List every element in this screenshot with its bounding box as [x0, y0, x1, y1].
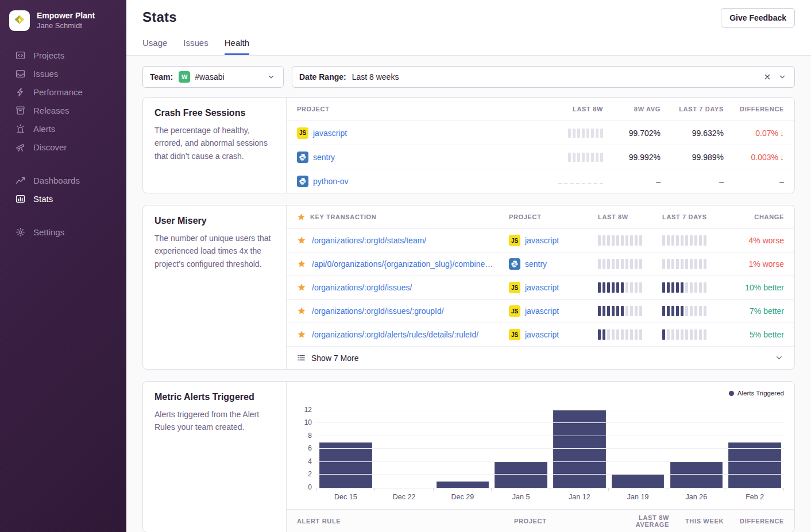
projects-icon: [15, 50, 25, 60]
panel-subtitle: The percentage of healthy, errored, and …: [155, 124, 275, 162]
avg-value: 99.992%: [603, 153, 661, 162]
x-axis-tick-label: Jan 26: [667, 493, 726, 501]
sidebar-item-stats[interactable]: Stats: [0, 189, 126, 208]
sidebar-item-releases[interactable]: Releases: [0, 101, 126, 119]
chevron-down-icon[interactable]: [266, 72, 276, 82]
sparkline: [662, 235, 706, 246]
y-axis-tick-label: 6: [297, 444, 312, 452]
column-difference: Difference: [724, 106, 784, 112]
star-icon: [297, 213, 306, 222]
x-axis-tick-label: Dec 29: [434, 493, 492, 501]
difference-value: 0.07%: [755, 129, 778, 138]
transaction-link[interactable]: /api/0/organizations/{organization_slug}…: [312, 259, 493, 269]
transaction-link[interactable]: /organizations/:orgId/issues/: [312, 283, 412, 292]
chart-legend[interactable]: Alerts Triggered: [297, 389, 784, 398]
chart-bar[interactable]: [728, 442, 781, 488]
javascript-platform-icon: JS: [509, 235, 520, 246]
team-avatar: W: [179, 71, 190, 83]
star-icon: [297, 283, 306, 292]
give-feedback-button[interactable]: Give Feedback: [721, 8, 795, 28]
change-value: 5% better: [727, 330, 784, 339]
page-header: Stats Give Feedback Usage Issues Health: [126, 0, 811, 56]
chart-bar-slot: [434, 402, 492, 488]
column-8w-avg: 8W Avg: [603, 106, 661, 112]
sidebar-item-projects[interactable]: Projects: [0, 46, 126, 64]
close-icon[interactable]: [762, 72, 773, 82]
page-title: Stats: [142, 9, 795, 25]
issues-icon: [15, 68, 25, 79]
change-value: 10% better: [727, 283, 784, 292]
user-name: Jane Schmidt: [37, 21, 95, 30]
org-switcher[interactable]: Empower Plant Jane Schmidt: [0, 10, 126, 46]
sidebar-item-performance[interactable]: Performance: [0, 83, 126, 101]
tab-health[interactable]: Health: [225, 38, 249, 55]
x-axis-tick-label: Jan 12: [550, 493, 609, 501]
star-icon: [297, 306, 306, 316]
tab-issues[interactable]: Issues: [183, 38, 208, 55]
sparkline: [598, 329, 642, 340]
chart-bar[interactable]: [612, 475, 665, 488]
transaction-link[interactable]: /organizations/:orgId/stats/team/: [312, 236, 426, 245]
sidebar-item-label: Issues: [33, 69, 58, 79]
show-more-button[interactable]: Show 7 More: [287, 346, 794, 369]
chart-bar[interactable]: [437, 481, 489, 488]
team-label: Team:: [150, 72, 173, 81]
star-icon: [297, 236, 306, 245]
table-header: Key Transaction Project Last 8W Last 7 D…: [287, 205, 794, 228]
chart-bar[interactable]: [319, 442, 372, 488]
date-range-label: Date Range:: [299, 72, 346, 81]
archive-icon: [15, 105, 25, 115]
project-link[interactable]: javascript: [313, 129, 347, 138]
alerts-bar-chart: 024681012 Dec 15Dec 22Dec 29Jan 5Jan 12J…: [316, 402, 784, 501]
empty-sparkline: [558, 178, 603, 184]
project-link[interactable]: javascript: [525, 283, 559, 292]
chevron-down-icon[interactable]: [777, 72, 787, 82]
sparkline: [568, 129, 603, 138]
date-range-value: Last 8 weeks: [352, 72, 399, 81]
chart-x-axis: Dec 15Dec 22Dec 29Jan 5Jan 12Jan 19Jan 2…: [316, 493, 784, 501]
x-axis-tick-label: Jan 5: [492, 493, 550, 501]
sidebar-item-discover[interactable]: Discover: [0, 138, 126, 156]
panel-description: User Misery The number of unique users t…: [143, 205, 287, 369]
chevron-down-icon[interactable]: [774, 353, 784, 363]
project-link[interactable]: javascript: [525, 306, 559, 316]
gridline: [316, 436, 784, 436]
sidebar-item-alerts[interactable]: Alerts: [0, 119, 126, 138]
org-name: Empower Plant: [37, 11, 95, 21]
bar-chart-icon: [15, 193, 25, 204]
sparkline: [662, 306, 706, 316]
panel-description: Metric Alerts Triggered Alerts triggered…: [143, 382, 287, 532]
y-axis-tick-label: 4: [297, 457, 312, 465]
sidebar-item-issues[interactable]: Issues: [0, 64, 126, 83]
transaction-link[interactable]: /organizations/:orgId/issues/:groupId/: [312, 306, 444, 316]
user-misery-panel: User Misery The number of unique users t…: [142, 205, 795, 370]
x-axis-tick-label: Jan 19: [609, 493, 667, 501]
y-axis-tick-label: 0: [297, 483, 312, 491]
tab-usage[interactable]: Usage: [142, 38, 167, 55]
project-link[interactable]: sentry: [313, 153, 335, 162]
date-range-selector[interactable]: Date Range: Last 8 weeks: [292, 66, 795, 88]
python-platform-icon: [509, 258, 520, 270]
column-project: Project: [514, 518, 606, 525]
sparkline: [662, 329, 706, 340]
sidebar-section-gap: [0, 156, 126, 171]
sidebar-item-dashboards[interactable]: Dashboards: [0, 171, 126, 189]
transaction-link[interactable]: /organizations/:orgId/alerts/rules/detai…: [312, 330, 478, 339]
y-axis-tick-label: 8: [297, 432, 312, 440]
team-value: #wasabi: [195, 72, 224, 81]
column-this-week: This Week: [669, 518, 724, 525]
chart-bar-slot: [609, 402, 667, 488]
org-logo: [9, 10, 30, 31]
list-icon: [297, 354, 306, 362]
star-icon: [297, 330, 306, 339]
column-difference: Difference: [724, 518, 784, 525]
sidebar-item-settings[interactable]: Settings: [0, 223, 126, 241]
team-selector[interactable]: Team: W #wasabi: [142, 66, 284, 88]
project-link[interactable]: sentry: [525, 259, 547, 269]
project-link[interactable]: javascript: [525, 236, 559, 245]
project-link[interactable]: python-ov: [313, 177, 348, 186]
chart-plot: 024681012: [316, 402, 784, 488]
gridline: [316, 448, 784, 449]
panel-title: Metric Alerts Triggered: [155, 392, 275, 402]
project-link[interactable]: javascript: [525, 330, 559, 339]
